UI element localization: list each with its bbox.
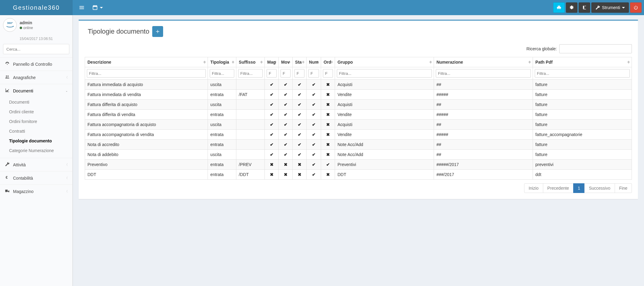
bool-cell [279, 120, 293, 130]
filter-gruppo[interactable] [337, 69, 432, 78]
submenu-link[interactable]: Ordini fornitore [0, 117, 72, 126]
submenu-link[interactable]: Documenti [0, 97, 72, 107]
cell-descrizione: Nota di accredito [85, 140, 208, 150]
col-header-num[interactable]: Num [307, 57, 321, 67]
sort-icon [528, 61, 531, 64]
bool-cell [265, 160, 279, 170]
logout-button[interactable] [630, 2, 642, 13]
sidebar-link-contabilita[interactable]: € Contabilità 〈 [0, 171, 72, 185]
bool-cell [321, 90, 335, 100]
filter-numerazione[interactable] [436, 69, 531, 78]
cell-descrizione: Fattura accompagnatoria di vendita [85, 130, 208, 140]
sort-icon [274, 61, 277, 64]
page-next[interactable]: Successivo [584, 183, 615, 193]
check-icon [270, 132, 274, 137]
bool-cell [321, 120, 335, 130]
sidebar-search-input[interactable] [3, 44, 69, 54]
submenu-item-contratti: Contratti [0, 126, 72, 136]
brand-logo[interactable]: Gestionale360 [0, 0, 73, 15]
filter-ord[interactable] [323, 69, 333, 78]
check-icon [312, 142, 316, 147]
table-row[interactable]: Fattura accompagnatoria di acquistouscit… [85, 120, 632, 130]
add-button[interactable] [152, 26, 163, 37]
col-header-mov[interactable]: Mov [279, 57, 293, 67]
check-icon [284, 152, 288, 157]
col-header-descrizione[interactable]: Descrizione [85, 57, 208, 67]
sidebar-link-magazzino[interactable]: Magazzino 〈 [0, 185, 72, 198]
sidebar-link-dashboard[interactable]: Pannello di Controllo [0, 58, 72, 71]
navbar-right: Strumenti [553, 2, 642, 13]
col-header-numerazione[interactable]: Numerazione [434, 57, 533, 67]
sort-icon [429, 61, 432, 64]
sidebar-item-label: Anagrafiche [13, 75, 36, 80]
x-icon [326, 152, 330, 157]
submenu-link[interactable]: Tipologie documento [0, 136, 72, 146]
col-label: Sta [295, 60, 302, 65]
page-current[interactable]: 1 [573, 183, 585, 193]
bool-cell [307, 80, 321, 90]
sidebar-toggle-button[interactable] [75, 0, 88, 15]
table-row[interactable]: DDTentrata/DDTDDT###/2017ddt [85, 170, 632, 180]
table-row[interactable]: Fattura differita di venditaentrataVendi… [85, 110, 632, 120]
page-first[interactable]: Inizio [524, 183, 543, 193]
submenu-link[interactable]: Categorie Numerazione [0, 146, 72, 155]
tools-dropdown[interactable]: Strumenti [591, 2, 629, 13]
check-icon [284, 92, 288, 97]
page-prev[interactable]: Precedente [543, 183, 574, 193]
col-label: Ord [324, 60, 331, 65]
bool-cell [265, 110, 279, 120]
euro-icon: € [5, 175, 10, 181]
col-header-sta[interactable]: Sta [293, 57, 307, 67]
col-header-ord[interactable]: Ord [321, 57, 335, 67]
bug-button[interactable] [566, 2, 577, 13]
navbar: Strumenti [73, 0, 644, 15]
sidebar-link-attivita[interactable]: Attività 〈 [0, 158, 72, 171]
cell-descrizione: Fattura differita di acquisto [85, 100, 208, 110]
cell-numerazione: ## [434, 140, 533, 150]
submenu-link[interactable]: Ordini cliente [0, 107, 72, 117]
bool-cell [279, 150, 293, 160]
col-header-suffisso[interactable]: Suffisso [236, 57, 265, 67]
print-button[interactable] [553, 2, 565, 13]
filter-sta[interactable] [294, 69, 304, 78]
sidebar: 360° admin online 15/04/2017 13:06:51 Pa… [0, 15, 73, 204]
table-row[interactable]: Fattura accompagnatoria di venditaentrat… [85, 130, 632, 140]
x-icon [270, 172, 274, 177]
book-button[interactable] [579, 2, 590, 13]
box-header: Tipologie documento [85, 21, 632, 42]
sidebar-link-documenti[interactable]: Documenti ⌄ [0, 84, 72, 97]
sort-icon [317, 61, 319, 64]
hamburger-icon [79, 5, 85, 11]
table-row[interactable]: Fattura immediata di venditaentrata/FATV… [85, 90, 632, 100]
table-row[interactable]: Nota di addebitouscitaNote Acc/Add##fatt… [85, 150, 632, 160]
filter-suffisso[interactable] [238, 69, 263, 78]
check-icon [284, 82, 288, 87]
bool-cell [307, 170, 321, 180]
table-row[interactable]: Preventivoentrata/PREVPreventivi#####/20… [85, 160, 632, 170]
x-icon [326, 82, 330, 87]
sidebar-link-anagrafiche[interactable]: Anagrafiche 〈 [0, 71, 72, 84]
table-row[interactable]: Fattura differita di acquistouscitaAcqui… [85, 100, 632, 110]
filter-tipologia[interactable] [210, 69, 234, 78]
table-row[interactable]: Nota di accreditoentrataNote Acc/Add##fa… [85, 140, 632, 150]
global-search-input[interactable] [559, 44, 632, 53]
col-header-path[interactable]: Path Pdf [533, 57, 632, 67]
page-last[interactable]: Fine [615, 183, 632, 193]
col-label: Descrizione [87, 60, 111, 65]
table-row[interactable]: Fattura immediata di acquistouscitaAcqui… [85, 80, 632, 90]
filter-num[interactable] [308, 69, 319, 78]
col-header-gruppo[interactable]: Gruppo [335, 57, 434, 67]
caret-down-icon [622, 7, 625, 8]
x-icon [326, 142, 330, 147]
col-header-mag[interactable]: Mag [265, 57, 279, 67]
bool-cell [279, 160, 293, 170]
chevron-left-icon: 〈 [65, 75, 68, 80]
submenu-link[interactable]: Contratti [0, 126, 72, 136]
calendar-dropdown[interactable] [88, 0, 107, 15]
bool-cell [293, 130, 307, 140]
col-header-tipologia[interactable]: Tipologia [208, 57, 236, 67]
filter-mag[interactable] [267, 69, 277, 78]
filter-descrizione[interactable] [87, 69, 206, 78]
filter-path[interactable] [535, 69, 630, 78]
filter-mov[interactable] [281, 69, 291, 78]
